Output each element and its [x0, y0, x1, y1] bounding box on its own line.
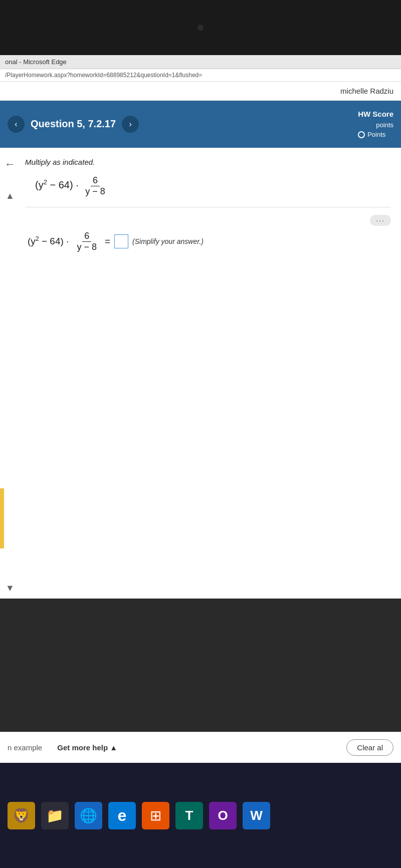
next-question-button[interactable]: › — [122, 116, 139, 133]
answer-fraction-denominator: y − 8 — [75, 242, 99, 252]
simplify-text: (Simplify your answer.) — [132, 237, 204, 245]
fraction-denominator: y − 8 — [83, 186, 107, 197]
fraction-display: 6 y − 8 — [83, 175, 107, 197]
user-name: michelle Radziu — [340, 87, 393, 95]
outlook-symbol: O — [218, 808, 228, 823]
taskbar-chrome-icon[interactable]: 🌐 — [75, 802, 102, 829]
question-instruction: Multiply as indicated. — [25, 158, 391, 166]
progress-yellow-bar — [0, 488, 4, 548]
taskbar-windows-icon[interactable]: ⊞ — [142, 802, 169, 829]
taskbar-word-icon[interactable]: W — [243, 802, 270, 829]
hw-score-points-row: Points — [358, 130, 393, 140]
browser-urlbar: /PlayerHomework.aspx?homeworkId=68898521… — [0, 69, 401, 82]
answer-row: (y2 − 64) · 6 y − 8 = (Simplify your ans… — [25, 231, 391, 252]
example-link[interactable]: n example — [8, 743, 42, 752]
file-explorer-symbol: 📁 — [46, 807, 64, 824]
answer-fraction-numerator: 6 — [82, 231, 91, 242]
get-more-help-button[interactable]: Get more help ▲ — [57, 743, 117, 752]
edge-symbol: e — [118, 806, 127, 825]
answer-input-box[interactable] — [114, 234, 128, 248]
chrome-symbol: 🌐 — [80, 807, 97, 824]
left-sidebar: ← ▲ ▼ — [0, 148, 20, 599]
answer-fraction: 6 y − 8 — [75, 231, 99, 252]
browser-url-text: /PlayerHomework.aspx?homeworkId=68898521… — [5, 72, 202, 79]
prev-arrow-icon: ‹ — [15, 120, 17, 129]
teams-symbol: T — [185, 808, 193, 823]
user-header: michelle Radziu — [0, 82, 401, 101]
clear-all-button[interactable]: Clear al — [346, 739, 393, 756]
main-content: ← ▲ ▼ Multiply as indicated. (y2 − 64) ·… — [0, 148, 401, 599]
browser-title-text: onal - Microsoft Edge — [5, 58, 67, 66]
taskbar: 🦁 📁 🌐 e ⊞ T O W — [0, 763, 401, 868]
fraction-numerator: 6 — [91, 175, 100, 186]
expand-dots-button[interactable]: ··· — [370, 215, 391, 226]
taskbar-file-explorer-icon[interactable]: 📁 — [41, 802, 69, 829]
back-arrow-icon[interactable]: ← — [5, 158, 16, 171]
content-area: Multiply as indicated. (y2 − 64) · 6 y −… — [20, 148, 401, 599]
expression-left: (y2 − 64) · — [35, 179, 79, 190]
scroll-up-icon[interactable]: ▲ — [6, 191, 15, 201]
points-radio-label: Points — [367, 130, 385, 140]
nav-center: ‹ Question 5, 7.2.17 › — [8, 116, 139, 133]
hw-score-title: HW Score — [358, 109, 393, 120]
question-nav: ‹ Question 5, 7.2.17 › HW Score points P… — [0, 101, 401, 148]
taskbar-start-icon[interactable]: 🦁 — [8, 802, 35, 829]
next-arrow-icon: › — [129, 120, 131, 129]
math-expression-display: (y2 − 64) · 6 y − 8 — [25, 175, 391, 197]
windows-symbol: ⊞ — [150, 807, 161, 824]
hw-score-panel: HW Score points Points — [358, 109, 393, 140]
browser-titlebar: onal - Microsoft Edge — [0, 55, 401, 69]
start-symbol: 🦁 — [13, 807, 30, 824]
taskbar-outlook-icon[interactable]: O — [209, 802, 237, 829]
content-divider — [25, 207, 391, 207]
prev-question-button[interactable]: ‹ — [8, 116, 25, 133]
hw-score-points-label: points — [358, 120, 393, 130]
camera-dot — [197, 25, 204, 31]
scroll-down-icon[interactable]: ▼ — [6, 583, 15, 594]
bottom-bar: n example Get more help ▲ Clear al — [0, 732, 401, 763]
word-symbol: W — [250, 808, 263, 823]
equals-sign: = — [105, 236, 110, 247]
question-title: Question 5, 7.2.17 — [31, 118, 116, 130]
top-bezel — [0, 0, 401, 55]
expand-hint: ··· — [25, 215, 391, 226]
answer-expression-left: (y2 − 64) · — [28, 235, 69, 247]
taskbar-teams-icon[interactable]: T — [175, 802, 203, 829]
points-radio-icon — [358, 131, 365, 138]
taskbar-edge-icon[interactable]: e — [108, 802, 136, 829]
